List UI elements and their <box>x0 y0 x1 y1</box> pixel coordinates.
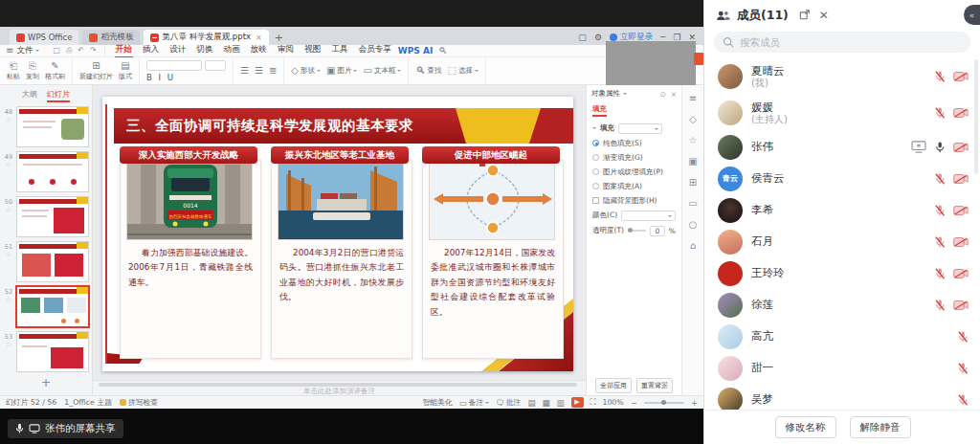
option-hide-background[interactable]: 隐藏背景图形(H) <box>587 193 681 208</box>
menu-animation[interactable]: 动画 <box>223 44 241 57</box>
transparency-value[interactable]: 0 <box>650 226 665 236</box>
slide-title-banner[interactable]: 三、全面协调可持续是科学发展观的基本要求 <box>114 108 466 144</box>
popout-icon[interactable] <box>799 9 811 23</box>
copy-button[interactable]: ⎘ 复制 <box>26 61 39 81</box>
zoom-out-icon[interactable]: − <box>631 398 637 408</box>
mic-on-icon[interactable] <box>934 141 946 154</box>
menu-home[interactable]: 开始 <box>115 44 133 57</box>
shapes-button[interactable]: ◇ 形状 <box>291 66 321 76</box>
member-row[interactable]: 甜一 <box>704 352 980 384</box>
fill-tab[interactable]: 填充 <box>592 104 607 117</box>
notes-bar[interactable]: 单击此处添加演讲备注 <box>93 380 586 395</box>
menu-insert[interactable]: 插入 <box>142 44 160 57</box>
member-row[interactable]: 王玲玲 <box>704 257 980 289</box>
mic-muted-icon[interactable] <box>957 330 969 344</box>
menu-tools[interactable]: 工具 <box>330 44 348 57</box>
tab-slides[interactable]: 幻灯片 <box>47 89 70 102</box>
search-input[interactable] <box>740 36 931 48</box>
member-row[interactable]: 夏晴云 (我) <box>704 58 980 95</box>
animation-icon[interactable]: ☆ <box>689 135 698 145</box>
tab-wps-home[interactable]: WPS Office <box>10 30 78 45</box>
menu-review[interactable]: 审阅 <box>277 44 295 57</box>
more-icon[interactable]: ⌂ <box>690 240 696 251</box>
comment-icon[interactable]: ▭ <box>688 198 697 209</box>
mic-muted-icon[interactable] <box>934 235 946 249</box>
close-document-icon[interactable]: × <box>256 33 262 42</box>
panel-title[interactable]: 对象属性 <box>591 89 620 99</box>
file-menu-button[interactable]: ≡ 文件 <box>0 45 45 56</box>
camera-off-icon[interactable] <box>953 205 969 216</box>
search-commands-icon[interactable]: 🔍︎ <box>438 46 447 56</box>
mic-muted-icon[interactable] <box>957 393 969 407</box>
slide-thumbnail[interactable] <box>16 151 89 192</box>
mic-muted-icon[interactable] <box>934 70 946 83</box>
star-icon[interactable]: ☆ <box>6 206 11 213</box>
close-panel-icon[interactable]: × <box>671 90 677 99</box>
tab-outline[interactable]: 大纲 <box>22 89 37 102</box>
upgrade-edge-button[interactable] <box>694 53 703 65</box>
menu-transition[interactable]: 切换 <box>195 44 213 57</box>
undo-icon[interactable]: ↶ <box>78 46 84 56</box>
new-tab-button[interactable]: + <box>275 32 283 45</box>
bold-italic-underline-buttons[interactable]: B I U <box>146 73 226 82</box>
rename-button[interactable]: 修改名称 <box>775 416 836 438</box>
layout-switch-icon[interactable]: ▢ <box>578 33 587 42</box>
fullscreen-icon[interactable]: ⛶ <box>590 397 596 408</box>
slide-thumbnail[interactable] <box>16 106 89 147</box>
menu-slideshow[interactable]: 放映 <box>250 44 268 57</box>
layout-button[interactable]: ▤ 版式 <box>119 61 132 81</box>
collapse-panel-handle[interactable]: « <box>964 5 980 25</box>
sorter-view-icon[interactable]: ▦ <box>542 398 549 408</box>
mic-muted-icon[interactable] <box>934 106 946 120</box>
unmute-button[interactable]: 解除静音 <box>850 416 911 438</box>
textbox-button[interactable]: ▭ 文本框 <box>363 66 401 76</box>
menu-design[interactable]: 设计 <box>168 44 187 57</box>
picture-button[interactable]: ▣ 图片 <box>326 66 357 76</box>
notes-toggle[interactable]: ▭ 备注 <box>459 397 490 408</box>
align-left-icon[interactable]: ☰ <box>240 66 249 76</box>
member-row[interactable]: 青云 侯青云 <box>704 163 980 194</box>
list-icon[interactable]: ≣ <box>269 66 277 76</box>
media-icon[interactable]: ▣ <box>688 156 697 166</box>
chart-icon[interactable]: ⊞ <box>689 177 697 188</box>
member-search-box[interactable] <box>714 32 970 53</box>
slide-thumbnail[interactable] <box>16 241 89 282</box>
slide-card-west[interactable]: 深入实施西部大开发战略 <box>120 146 257 361</box>
font-family-dropdown[interactable] <box>146 60 202 71</box>
camera-off-icon[interactable] <box>953 300 969 311</box>
menu-member[interactable]: 会员专享 <box>357 44 391 57</box>
slide-52[interactable]: 三、全面协调可持续是科学发展观的基本要求 深入实施西部大开发战略 <box>102 97 573 371</box>
member-row[interactable]: 高亢 <box>704 321 980 352</box>
zoom-slider[interactable] <box>644 402 684 404</box>
add-slide-button[interactable]: + <box>0 374 92 389</box>
member-list-scrollbar[interactable] <box>974 59 978 174</box>
slide-card-northeast[interactable]: 振兴东北地区等老工业基地 <box>271 146 409 361</box>
color-dropdown[interactable] <box>621 211 676 221</box>
properties-icon[interactable]: ≡ <box>689 93 697 103</box>
member-row[interactable]: 李希 <box>704 194 980 226</box>
select-button[interactable]: ⬚ 选择 <box>447 66 478 76</box>
settings-gear-icon[interactable]: ⚙ <box>594 33 602 42</box>
redo-icon[interactable]: ↷ <box>90 46 97 56</box>
tab-docer[interactable]: 稻壳模板 <box>82 30 140 45</box>
align-center-icon[interactable]: ☰ <box>255 66 263 76</box>
spell-check-button[interactable]: 拼写检查 <box>120 397 158 408</box>
camera-off-icon[interactable] <box>953 107 969 119</box>
zoom-in-icon[interactable]: + <box>691 398 698 408</box>
member-row[interactable]: 石月 <box>704 226 980 257</box>
slide-card-central[interactable]: 促进中部地区崛起 <box>422 146 560 361</box>
collapse-section-icon[interactable] <box>592 127 596 131</box>
star-icon[interactable]: ☆ <box>6 161 11 168</box>
wps-ai-button[interactable]: WPS AI <box>398 46 433 56</box>
beautify-button[interactable]: 智能美化 <box>423 397 453 408</box>
font-size-dropdown[interactable] <box>205 60 226 71</box>
star-icon[interactable]: ☆ <box>6 296 11 303</box>
camera-off-icon[interactable] <box>953 268 969 279</box>
new-slide-button[interactable]: ⊞ 新建幻灯片 <box>79 61 113 81</box>
pin-icon[interactable]: ⊙ <box>659 90 665 99</box>
slide-thumbnail[interactable] <box>16 331 89 372</box>
paste-button[interactable]: ⎗ 粘贴 <box>7 61 20 81</box>
close-members-icon[interactable]: ✕ <box>819 9 829 23</box>
member-row-presenter[interactable]: 张伟 <box>704 131 980 163</box>
star-icon[interactable]: ☆ <box>6 116 11 123</box>
